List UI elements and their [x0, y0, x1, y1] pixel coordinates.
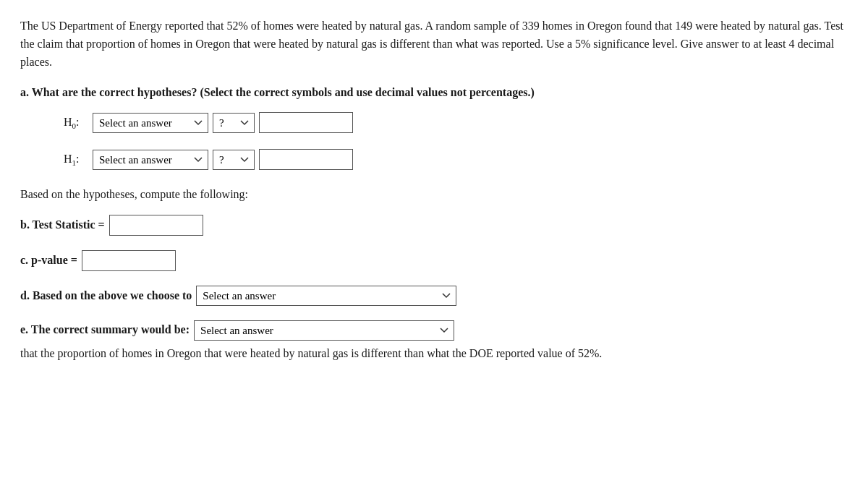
h0-answer-select[interactable]: Select an answer p p̂ μ — [93, 113, 208, 133]
part-d-row: d. Based on the above we choose to Selec… — [20, 286, 848, 306]
intro-text: The US Department of Energy reported tha… — [20, 17, 848, 71]
based-on-text: Based on the hypotheses, compute the fol… — [20, 186, 848, 203]
h1-answer-select[interactable]: Select an answer p p̂ μ — [93, 150, 208, 170]
part-e-label-after: that the proportion of homes in Oregon t… — [20, 345, 602, 363]
p-value-input[interactable] — [82, 250, 176, 271]
h1-label: H1: — [64, 150, 84, 169]
part-e-select[interactable]: Select an answer There is sufficient evi… — [194, 320, 454, 341]
h0-value-input[interactable] — [259, 112, 353, 133]
part-a-block: a. What are the correct hypotheses? (Sel… — [20, 84, 848, 170]
h0-label: H0: — [64, 114, 84, 132]
h1-value-input[interactable] — [259, 149, 353, 170]
part-c-row: c. p-value = — [20, 250, 848, 271]
part-e-row: e. The correct summary would be: Select … — [20, 320, 848, 363]
h1-symbol-select[interactable]: ? = ≠ < > ≤ ≥ — [213, 150, 255, 170]
h1-row: H1: Select an answer p p̂ μ ? = ≠ < > ≤ … — [64, 149, 848, 170]
part-c-label: c. p-value = — [20, 252, 77, 270]
part-e-label-before: e. The correct summary would be: — [20, 320, 190, 339]
test-statistic-input[interactable] — [109, 215, 203, 236]
part-b-row: b. Test Statistic = — [20, 215, 848, 236]
h0-symbol-select[interactable]: ? = ≠ < > ≤ ≥ — [213, 113, 255, 133]
part-d-select[interactable]: Select an answer Reject the null hypothe… — [196, 286, 456, 306]
part-b-label: b. Test Statistic = — [20, 216, 105, 234]
part-d-label: d. Based on the above we choose to — [20, 287, 192, 305]
h0-row: H0: Select an answer p p̂ μ ? = ≠ < > ≤ … — [64, 112, 848, 133]
part-a-question: a. What are the correct hypotheses? (Sel… — [20, 84, 848, 102]
